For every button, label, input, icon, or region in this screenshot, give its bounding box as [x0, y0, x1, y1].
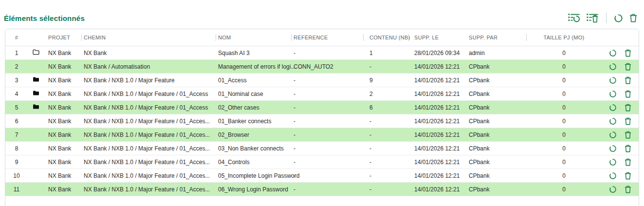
delete-row-button[interactable] — [624, 185, 632, 194]
cell-supp_par: CPbank — [463, 74, 526, 87]
cell-nom: 01_Banker connects — [216, 114, 291, 128]
cell-nom: 06_Wrong Login Password — [216, 183, 291, 196]
delete-row-button[interactable] — [624, 76, 632, 85]
cell-num: 5 — [5, 101, 28, 114]
cell-contenu: 6 — [363, 101, 408, 114]
list-restore-icon — [568, 13, 580, 23]
restore-icon — [609, 145, 617, 152]
cell-num: 3 — [5, 74, 28, 87]
cell-projet: NX Bank — [44, 87, 81, 101]
toolbar-divider — [606, 13, 607, 23]
deleted-items-table: #PROJETCHEMINNOMRÉFÉRENCECONTENU (NB)SUP… — [5, 29, 639, 196]
cell-contenu: - — [363, 142, 408, 155]
column-header-icon — [28, 29, 44, 46]
delete-selection-list-button[interactable] — [586, 12, 600, 24]
cell-projet: NX Bank — [44, 114, 81, 128]
trash-icon — [625, 158, 631, 166]
restore-icon — [609, 49, 617, 57]
restore-selection-list-button[interactable] — [567, 12, 581, 24]
cell-actions — [602, 101, 639, 114]
restore-icon — [609, 117, 617, 125]
table-header-row: #PROJETCHEMINNOMRÉFÉRENCECONTENU (NB)SUP… — [5, 29, 639, 46]
restore-icon — [609, 186, 617, 193]
delete-row-button[interactable] — [624, 131, 632, 139]
cell-icon — [28, 128, 44, 142]
cell-num: 6 — [5, 114, 28, 128]
cell-supp_le: 14/01/2026 12:21 — [408, 114, 463, 128]
cell-reference: - — [291, 87, 363, 101]
cell-nom: 01_Nominal case — [216, 87, 291, 101]
page-title: Éléments sélectionnés — [4, 14, 85, 22]
delete-row-button[interactable] — [624, 49, 632, 57]
cell-supp_le: 14/01/2026 12:21 — [408, 128, 463, 142]
cell-supp_par: CPbank — [463, 169, 526, 183]
cell-supp_par: CPbank — [463, 128, 526, 142]
folder-filled-icon — [33, 90, 39, 96]
cell-actions — [602, 142, 639, 155]
cell-contenu: 2 — [363, 87, 408, 101]
table-row[interactable]: 5NX BankNX Bank / NXB 1.0 / Major Featur… — [5, 101, 639, 114]
cell-chemin: NX Bank / NXB 1.0 / Major Feature / 01_A… — [81, 183, 216, 196]
restore-row-button[interactable] — [608, 144, 617, 153]
table-row[interactable]: 7NX BankNX Bank / NXB 1.0 / Major Featur… — [5, 128, 639, 142]
folder-outline-icon — [33, 49, 39, 55]
delete-row-button[interactable] — [624, 62, 632, 71]
cell-projet: NX Bank — [44, 128, 81, 142]
restore-icon — [609, 158, 617, 166]
cell-icon — [28, 46, 44, 60]
delete-row-button[interactable] — [624, 171, 632, 180]
restore-row-button[interactable] — [608, 158, 617, 167]
cell-supp_le: 14/01/2026 12:21 — [408, 74, 463, 87]
delete-row-button[interactable] — [624, 158, 632, 167]
column-header-actions — [602, 29, 639, 46]
restore-row-button[interactable] — [608, 62, 617, 71]
cell-supp_par: CPbank — [463, 87, 526, 101]
delete-row-button[interactable] — [624, 117, 632, 126]
restore-row-button[interactable] — [608, 185, 617, 194]
cell-icon — [28, 155, 44, 169]
table-row[interactable]: 11NX BankNX Bank / NXB 1.0 / Major Featu… — [5, 183, 639, 196]
table-row[interactable]: 9NX BankNX Bank / NXB 1.0 / Major Featur… — [5, 155, 639, 169]
restore-row-button[interactable] — [608, 131, 617, 139]
table-row[interactable]: 10NX BankNX Bank / NXB 1.0 / Major Featu… — [5, 169, 639, 183]
cell-supp_le: 28/01/2026 09:34 — [408, 46, 463, 60]
cell-nom: 03_Non Banker connects — [216, 142, 291, 155]
toolbar — [567, 12, 638, 24]
column-header-nom: NOM — [216, 29, 291, 46]
cell-contenu: - — [363, 60, 408, 74]
cell-chemin: NX Bank / Automatisation — [81, 60, 216, 74]
cell-reference: - — [291, 169, 363, 183]
trash-icon — [625, 186, 631, 193]
delete-row-button[interactable] — [624, 144, 632, 153]
cell-num: 10 — [5, 169, 28, 183]
restore-row-button[interactable] — [608, 49, 617, 57]
restore-row-button[interactable] — [608, 171, 617, 180]
trash-icon — [625, 131, 631, 139]
cell-chemin: NX Bank / NXB 1.0 / Major Feature / 01_A… — [81, 87, 216, 101]
restore-row-button[interactable] — [608, 76, 617, 85]
table-row[interactable]: 1NX BankNX BankSquash AI 3-128/01/2026 0… — [5, 46, 639, 60]
cell-icon — [28, 169, 44, 183]
cell-num: 1 — [5, 46, 28, 60]
restore-row-button[interactable] — [608, 90, 617, 98]
column-header-chemin: CHEMIN — [81, 29, 216, 46]
table-row[interactable]: 4NX BankNX Bank / NXB 1.0 / Major Featur… — [5, 87, 639, 101]
table-row[interactable]: 8NX BankNX Bank / NXB 1.0 / Major Featur… — [5, 142, 639, 155]
delete-row-button[interactable] — [624, 90, 632, 98]
restore-row-button[interactable] — [608, 117, 617, 126]
delete-row-button[interactable] — [624, 103, 632, 112]
cell-reference: - — [291, 74, 363, 87]
cell-taille: 0 — [526, 87, 602, 101]
trash-icon — [625, 90, 631, 98]
table-row[interactable]: 6NX BankNX Bank / NXB 1.0 / Major Featur… — [5, 114, 639, 128]
folder-filled-icon — [33, 76, 39, 82]
column-header-supp_par: SUPP. PAR — [463, 29, 526, 46]
restore-all-button[interactable] — [613, 12, 624, 24]
delete-all-button[interactable] — [628, 12, 638, 24]
table-row[interactable]: 3NX BankNX Bank / NXB 1.0 / Major Featur… — [5, 74, 639, 87]
cell-nom: Squash AI 3 — [216, 46, 291, 60]
restore-row-button[interactable] — [608, 103, 617, 112]
cell-supp_par: CPbank — [463, 114, 526, 128]
table-row[interactable]: 2NX BankNX Bank / AutomatisationManageme… — [5, 60, 639, 74]
trash-icon — [625, 76, 631, 84]
